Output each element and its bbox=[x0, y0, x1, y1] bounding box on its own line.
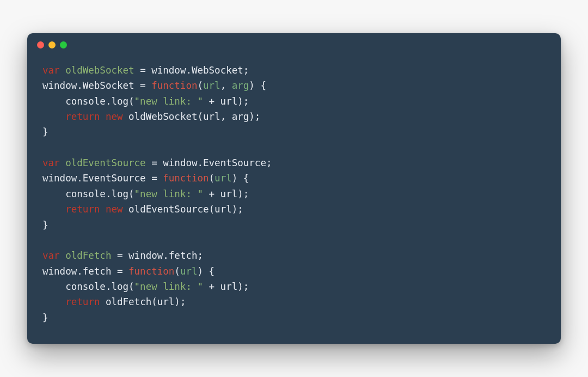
code-token-decl: oldEventSource bbox=[65, 157, 146, 168]
code-token-kw: return bbox=[65, 204, 100, 215]
code-token-kw: new bbox=[106, 204, 123, 215]
code-token-id bbox=[42, 111, 65, 122]
code-token-arg: url bbox=[215, 173, 232, 184]
code-token-id: = window.EventSource; bbox=[146, 157, 272, 168]
code-token-arg: arg bbox=[232, 80, 249, 91]
code-token-id: + url); bbox=[203, 281, 249, 292]
code-token-kw: var bbox=[42, 250, 60, 261]
code-token-kw: return bbox=[65, 111, 100, 122]
close-icon[interactable] bbox=[37, 41, 44, 48]
code-token-fn: function bbox=[151, 80, 197, 91]
code-token-id: ( bbox=[174, 266, 180, 277]
code-token-kw: var bbox=[42, 157, 60, 168]
code-token-id: window.EventSource = bbox=[42, 173, 163, 184]
code-token-id: = window.WebSocket; bbox=[134, 65, 249, 76]
code-token-decl: oldFetch bbox=[65, 250, 111, 261]
code-token-id: window.WebSocket = bbox=[42, 80, 151, 91]
code-token-id: } bbox=[42, 220, 48, 230]
zoom-icon[interactable] bbox=[60, 41, 67, 48]
code-token-kw: var bbox=[42, 65, 60, 76]
code-token-id: ) { bbox=[198, 266, 215, 277]
code-block: var oldWebSocket = window.WebSocket; win… bbox=[27, 56, 561, 344]
code-token-fn: function bbox=[128, 266, 174, 277]
code-token-id: oldWebSocket(url, arg); bbox=[123, 111, 261, 122]
code-token-fn: function bbox=[163, 173, 209, 184]
code-token-id bbox=[100, 204, 106, 215]
code-token-id: } bbox=[42, 312, 48, 323]
code-token-id: console.log( bbox=[42, 281, 134, 292]
code-token-id: console.log( bbox=[42, 96, 134, 107]
code-window: var oldWebSocket = window.WebSocket; win… bbox=[27, 33, 561, 344]
titlebar bbox=[27, 33, 561, 56]
code-token-id bbox=[42, 296, 65, 307]
minimize-icon[interactable] bbox=[48, 41, 56, 48]
code-token-str: "new link: " bbox=[134, 281, 203, 292]
code-token-id: ( bbox=[197, 80, 203, 91]
page-frame: var oldWebSocket = window.WebSocket; win… bbox=[0, 0, 588, 377]
code-token-id: , bbox=[220, 80, 232, 91]
code-token-str: "new link: " bbox=[134, 96, 203, 107]
code-token-str: "new link: " bbox=[134, 188, 203, 199]
code-token-id: window.fetch = bbox=[42, 266, 128, 277]
code-token-id bbox=[100, 111, 106, 122]
code-token-id: oldFetch(url); bbox=[100, 296, 186, 307]
code-token-id bbox=[42, 204, 65, 215]
code-token-id: = window.fetch; bbox=[111, 250, 203, 261]
code-token-arg: url bbox=[203, 80, 220, 91]
code-token-id bbox=[60, 157, 66, 168]
code-token-id: ) { bbox=[249, 80, 266, 91]
code-token-id: ( bbox=[209, 173, 215, 184]
code-token-id: console.log( bbox=[42, 188, 134, 199]
code-token-kw: new bbox=[106, 111, 123, 122]
code-token-id bbox=[60, 250, 66, 261]
code-token-id: oldEventSource(url); bbox=[123, 204, 243, 215]
code-token-id: + url); bbox=[203, 96, 249, 107]
code-token-id: ) { bbox=[232, 173, 249, 184]
code-token-kw: return bbox=[65, 296, 100, 307]
code-token-decl: oldWebSocket bbox=[65, 65, 134, 76]
code-token-id: } bbox=[42, 126, 48, 137]
code-token-id: + url); bbox=[203, 188, 249, 199]
code-token-arg: url bbox=[180, 266, 198, 277]
code-token-id bbox=[60, 65, 66, 76]
